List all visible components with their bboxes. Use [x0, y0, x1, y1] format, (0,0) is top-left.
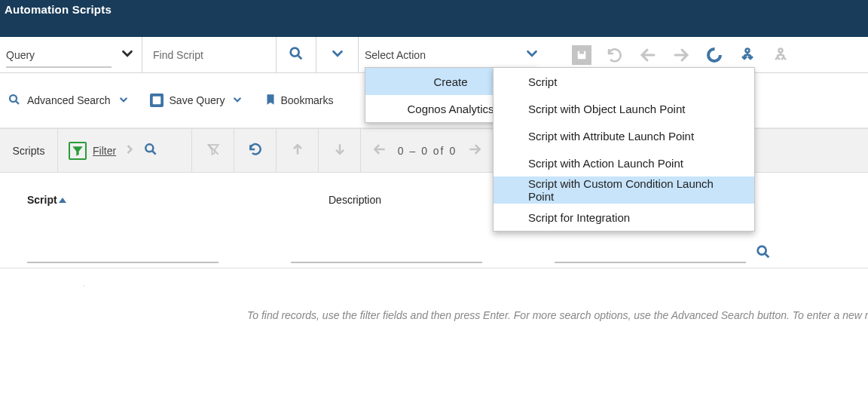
refresh-icon — [248, 142, 263, 159]
svg-rect-3 — [579, 51, 584, 54]
find-script-cell — [142, 37, 277, 72]
route-up-icon — [772, 46, 790, 64]
find-script-search-button[interactable] — [277, 37, 316, 72]
svg-point-9 — [10, 95, 17, 102]
search-icon — [8, 93, 21, 109]
create-submenu: Script Script with Object Launch Point S… — [493, 67, 755, 232]
menu-item-label: Script with Action Launch Point — [528, 157, 683, 170]
save-button — [572, 45, 591, 65]
refresh-button[interactable] — [234, 129, 277, 172]
empty-state: To find records, use the filter fields a… — [0, 268, 868, 291]
scripts-tab-label: Scripts — [13, 145, 45, 157]
clear-changes-button — [605, 45, 625, 65]
svg-line-14 — [208, 144, 218, 154]
submenu-item-attribute-launch-point[interactable]: Script with Attribute Launch Point — [494, 122, 754, 149]
bookmarks-button[interactable]: Bookmarks — [264, 93, 333, 109]
svg-point-6 — [708, 49, 720, 61]
column-header-description-label: Description — [329, 194, 381, 206]
submenu-item-integration[interactable]: Script for Integration — [494, 204, 754, 231]
svg-point-7 — [746, 48, 750, 52]
chevron-down-icon — [117, 93, 130, 109]
sort-down-button — [319, 129, 361, 172]
arrow-right-icon — [672, 46, 690, 64]
menu-item-label: Script for Integration — [528, 211, 630, 224]
submenu-item-custom-condition-launch-point[interactable]: Script with Custom Condition Launch Poin… — [494, 176, 754, 204]
page-title: Automation Scripts — [5, 3, 112, 16]
sort-up-button — [277, 129, 319, 172]
filter-section: Filter — [58, 129, 192, 172]
filter-link[interactable]: Filter — [93, 145, 116, 157]
svg-point-12 — [145, 144, 153, 152]
menu-item-label: Script — [528, 75, 557, 88]
save-query-button[interactable]: Save Query — [150, 93, 245, 109]
menu-item-label: Cognos Analytics — [407, 103, 494, 115]
undo-icon — [606, 46, 624, 64]
chevron-right-icon — [122, 142, 137, 159]
script-filter-input[interactable] — [27, 242, 219, 263]
funnel-icon[interactable] — [69, 142, 87, 160]
next-record-button — [671, 45, 691, 65]
app-header: Automation Scripts — [0, 0, 868, 37]
description-filter-input[interactable] — [291, 242, 482, 263]
save-disk-icon — [150, 94, 164, 107]
find-script-input[interactable] — [151, 48, 267, 62]
clear-funnel-icon — [206, 142, 221, 159]
page-prev-button — [372, 142, 387, 159]
clear-filter-button — [192, 129, 234, 172]
find-script-dropdown[interactable] — [316, 37, 359, 72]
scripts-tab[interactable]: Scripts — [0, 129, 58, 172]
save-query-label: Save Query — [170, 94, 225, 106]
paging-section: 0 – 0 of 0 — [361, 129, 494, 172]
loading-ring-icon — [705, 46, 723, 64]
extra-filter-input[interactable] — [555, 242, 746, 263]
column-header-script-label: Script — [27, 194, 57, 206]
bookmark-icon — [264, 93, 274, 109]
svg-line-13 — [153, 152, 156, 155]
page-next-button — [467, 142, 482, 159]
chevron-down-icon — [231, 93, 244, 109]
save-disk-icon — [575, 48, 588, 62]
route-down-icon — [738, 46, 756, 64]
menu-item-label: Script with Object Launch Point — [528, 103, 685, 115]
submenu-item-action-launch-point[interactable]: Script with Action Launch Point — [494, 149, 754, 176]
select-action-label: Select Action — [365, 49, 426, 61]
bookmarks-label: Bookmarks — [280, 94, 333, 106]
submenu-item-script[interactable]: Script — [494, 68, 754, 95]
arrow-up-icon — [290, 142, 305, 159]
query-selector[interactable]: Query — [0, 37, 142, 72]
filter-search-button[interactable] — [143, 142, 158, 159]
svg-line-20 — [766, 253, 769, 257]
svg-point-19 — [758, 246, 766, 254]
svg-point-0 — [291, 48, 299, 57]
column-header-script[interactable]: Script — [27, 194, 329, 206]
svg-line-10 — [16, 101, 19, 104]
chevron-down-icon — [119, 45, 136, 64]
advanced-search-button[interactable]: Advanced Search — [8, 93, 130, 109]
query-selector-label: Query — [6, 49, 35, 61]
svg-rect-11 — [152, 97, 160, 105]
paging-text: 0 – 0 of 0 — [398, 145, 457, 157]
chevron-down-icon — [329, 45, 346, 64]
svg-line-1 — [298, 56, 302, 60]
filter-row-search-button[interactable] — [755, 244, 772, 262]
route-workflow-button[interactable] — [738, 45, 757, 65]
menu-item-label: Script with Custom Condition Launch Poin… — [528, 177, 741, 203]
search-icon — [288, 45, 304, 64]
loading-indicator-button[interactable] — [704, 45, 724, 65]
empty-state-text: To find records, use the filter fields a… — [247, 309, 868, 321]
bee-illustration-icon — [72, 281, 215, 333]
arrow-down-icon — [332, 142, 347, 159]
previous-record-button — [638, 45, 658, 65]
svg-point-8 — [779, 48, 783, 52]
route-workflow-up-button — [771, 45, 790, 65]
sort-ascending-icon — [59, 198, 66, 203]
menu-item-label: Create — [433, 75, 467, 88]
submenu-item-object-launch-point[interactable]: Script with Object Launch Point — [494, 95, 754, 122]
chevron-down-icon — [524, 45, 540, 64]
advanced-search-label: Advanced Search — [27, 94, 111, 106]
arrow-left-icon — [639, 46, 657, 64]
menu-item-label: Script with Attribute Launch Point — [528, 130, 694, 143]
